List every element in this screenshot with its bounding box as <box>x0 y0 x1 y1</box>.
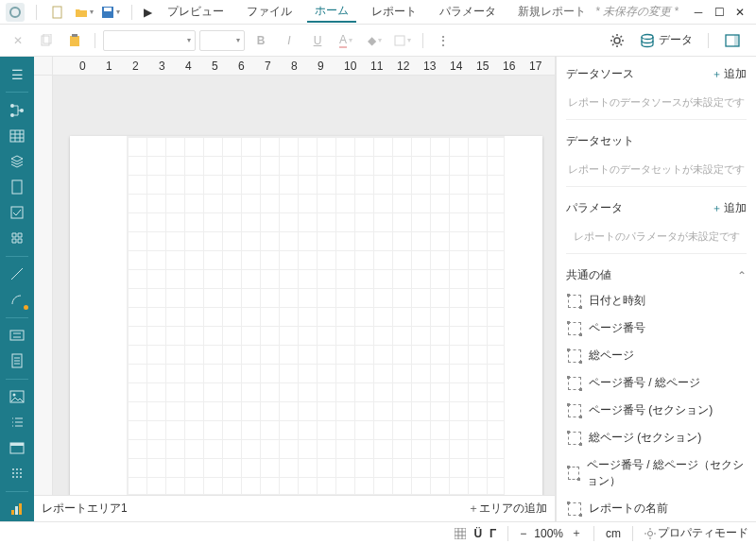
svg-point-22 <box>13 394 16 397</box>
status-snap-icon[interactable]: Ü <box>473 527 482 540</box>
toolbox-menu-icon[interactable]: ☰ <box>4 62 30 86</box>
dataset-title: データセット <box>566 133 634 149</box>
ruler-row: 01234567891011121314151617 <box>34 57 555 76</box>
common-value-item[interactable]: ページ番号 (セクション) <box>566 397 747 424</box>
property-mode-button[interactable]: プロパティモード <box>644 525 748 541</box>
toolbox-doc-icon[interactable] <box>4 349 30 373</box>
ruler-mark: 5 <box>212 60 218 73</box>
area-bar: レポートエリア1 ＋ エリアの追加 <box>34 495 555 521</box>
new-doc-icon[interactable] <box>48 3 67 22</box>
toolbox-page-icon[interactable] <box>4 175 30 198</box>
field-glyph-icon <box>568 377 581 390</box>
preview-play-icon[interactable]: ▶ <box>144 6 152 19</box>
dataset-empty-text: レポートのデータセットが未設定です <box>566 153 747 187</box>
svg-rect-3 <box>104 8 112 11</box>
underline-button: U <box>305 28 330 53</box>
window-close-button[interactable]: ✕ <box>730 2 750 23</box>
ruler-mark: 17 <box>529 60 541 73</box>
toolbox-input-icon[interactable] <box>4 324 30 348</box>
common-value-item[interactable]: ページ番号 / 総ページ <box>566 369 747 397</box>
paste-button[interactable] <box>62 28 87 53</box>
status-grid-icon[interactable] <box>455 528 466 539</box>
add-area-button[interactable]: ＋ エリアの追加 <box>468 501 547 517</box>
report-area-grid[interactable] <box>127 136 505 495</box>
ruler-mark: 16 <box>503 60 515 73</box>
svg-point-25 <box>12 468 14 470</box>
common-value-item[interactable]: ページ番号 / 総ページ（セクション） <box>566 451 747 495</box>
settings-tab-icon[interactable] <box>606 29 628 52</box>
menu-preview[interactable]: プレビュー <box>160 2 232 22</box>
window-minimize-button[interactable]: ─ <box>688 2 709 23</box>
common-value-item[interactable]: 日付と時刻 <box>566 287 747 314</box>
toolbox-calendar-icon[interactable] <box>4 436 30 460</box>
svg-point-0 <box>10 8 20 17</box>
ruler-mark: 12 <box>397 60 409 73</box>
ruler-mark: 15 <box>476 60 489 73</box>
menu-file[interactable]: ファイル <box>239 2 300 22</box>
toolbox-check-icon[interactable] <box>4 200 30 224</box>
svg-point-29 <box>16 472 18 474</box>
menu-home[interactable]: ホーム <box>307 1 356 23</box>
common-value-label: ページ番号 (セクション) <box>589 402 713 418</box>
unit-toggle[interactable]: cm <box>606 527 621 540</box>
property-mode-label: プロパティモード <box>658 525 748 541</box>
svg-point-27 <box>20 468 22 470</box>
toolbox-grid-icon[interactable] <box>4 226 30 249</box>
svg-point-13 <box>10 104 14 108</box>
app-root: ▾ ▾ ▶ プレビュー ファイル ホーム レポート パラメータ 新規レポート *… <box>0 0 756 544</box>
toolbox-pivot-icon[interactable] <box>4 462 30 485</box>
font-color-button: A▾ <box>334 28 358 53</box>
common-value-item[interactable]: ページ番号 <box>566 314 747 342</box>
svg-point-26 <box>16 468 18 470</box>
datasource-add-button[interactable]: ＋ 追加 <box>712 66 747 82</box>
more-options-button[interactable]: ⋮ <box>431 28 455 53</box>
svg-point-10 <box>642 34 653 39</box>
menu-report[interactable]: レポート <box>364 2 424 22</box>
menu-parameters[interactable]: パラメータ <box>432 2 504 22</box>
design-surface[interactable] <box>53 76 555 495</box>
section-dataset: データセット レポートのデータセットが未設定です <box>566 129 747 187</box>
svg-point-28 <box>12 472 14 474</box>
zoom-in-button[interactable]: ＋ <box>571 525 582 541</box>
svg-point-31 <box>12 476 14 478</box>
font-family-select[interactable]: ▾ <box>103 30 196 51</box>
font-size-select[interactable]: ▾ <box>199 30 245 51</box>
common-value-item[interactable]: 総ページ <box>566 342 747 369</box>
section-common-values: 共通の値 ⌃ 日付と時刻ページ番号総ページページ番号 / 総ページページ番号 (… <box>566 264 747 521</box>
data-tab-label: データ <box>659 32 693 48</box>
svg-rect-36 <box>19 503 22 515</box>
toolbox-list-icon[interactable] <box>4 411 30 434</box>
toolbox-line-icon[interactable] <box>4 262 30 285</box>
ruler-mark: 2 <box>132 60 139 73</box>
toolbox-image-icon[interactable] <box>4 385 30 409</box>
status-corner-icon[interactable]: Γ <box>490 527 496 540</box>
common-value-label: ページ番号 <box>589 320 645 336</box>
area-name-label[interactable]: レポートエリア1 <box>42 501 128 517</box>
toolbox-table-icon[interactable] <box>4 124 30 147</box>
section-parameter: パラメータ ＋ 追加 レポートのパラメータが未設定です <box>566 196 747 254</box>
data-tab[interactable]: データ <box>636 28 696 52</box>
svg-point-30 <box>20 472 22 474</box>
common-value-item[interactable]: 総ページ (セクション) <box>566 424 747 451</box>
open-folder-icon[interactable]: ▾ <box>75 3 94 22</box>
toolbox-chart-icon[interactable] <box>4 498 30 521</box>
common-value-item[interactable]: レポートの名前 <box>566 495 747 521</box>
toolbox-tree-icon[interactable] <box>4 98 30 122</box>
toolbox-shape-icon[interactable] <box>4 288 30 312</box>
parameter-add-button[interactable]: ＋ 追加 <box>712 200 747 216</box>
parameter-empty-text: レポートのパラメータが未設定です <box>566 220 747 254</box>
common-values-title: 共通の値 <box>566 267 611 283</box>
common-values-header[interactable]: 共通の値 ⌃ <box>566 264 747 287</box>
zoom-out-button[interactable]: − <box>520 527 526 540</box>
page[interactable] <box>70 136 542 495</box>
toolbox-layers-icon[interactable] <box>4 149 30 173</box>
panel-toggle-button[interactable] <box>720 28 745 53</box>
ruler-mark: 0 <box>79 60 86 73</box>
svg-point-38 <box>648 531 653 536</box>
fill-color-button: ◆▾ <box>362 28 387 53</box>
copy-button <box>34 28 59 53</box>
field-glyph-icon <box>568 432 581 445</box>
window-maximize-button[interactable]: ☐ <box>709 2 730 23</box>
save-icon[interactable]: ▾ <box>101 3 120 22</box>
document-title: 新規レポート <box>518 4 586 20</box>
